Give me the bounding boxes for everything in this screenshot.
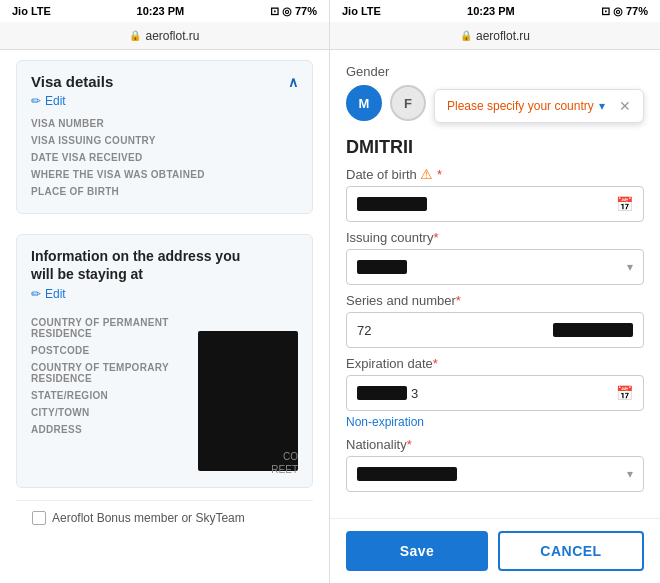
visa-details-section: Visa details ∧ ✏ Edit VISA NUMBER VISA I… <box>16 60 313 214</box>
passenger-name: DMITRII <box>346 137 644 158</box>
bottom-buttons: Save CANCEL <box>330 518 660 583</box>
left-status-icons: ⊡ ◎ 77% <box>270 5 317 18</box>
nationality-label: Nationality* <box>346 437 644 452</box>
checkbox-icon[interactable] <box>32 511 46 525</box>
left-time: 10:23 PM <box>137 5 185 17</box>
nationality-select[interactable]: ▾ <box>346 456 644 492</box>
chevron-down-icon-country: ▾ <box>627 260 633 274</box>
left-url-bar: 🔒 aeroflot.ru <box>0 22 329 50</box>
address-edit-link[interactable]: ✏ Edit <box>31 287 298 301</box>
gender-buttons: M F <box>346 85 426 121</box>
dob-input[interactable]: 📅 <box>346 186 644 222</box>
right-url-bar: 🔒 aeroflot.ru <box>330 22 660 50</box>
field-visa-obtained: WHERE THE VISA WAS OBTAINED <box>31 169 298 180</box>
field-date-received: DATE VISA RECEIVED <box>31 152 298 163</box>
gender-label: Gender <box>346 64 644 79</box>
right-content: Gender M F Please specify your country ▾… <box>330 50 660 518</box>
left-carrier: Jio LTE <box>12 5 51 17</box>
visa-edit-link[interactable]: ✏ Edit <box>31 94 298 108</box>
left-content: Visa details ∧ ✏ Edit VISA NUMBER VISA I… <box>0 50 329 583</box>
calendar-icon-expiry[interactable]: 📅 <box>616 385 633 401</box>
right-time: 10:23 PM <box>467 5 515 17</box>
left-status-bar: Jio LTE 10:23 PM ⊡ ◎ 77% <box>0 0 329 22</box>
right-url-text: aeroflot.ru <box>476 29 530 43</box>
required-star-dob: * <box>437 167 442 182</box>
right-panel: Jio LTE 10:23 PM ⊡ ◎ 77% 🔒 aeroflot.ru G… <box>330 0 660 583</box>
series-number-label: Series and number* <box>346 293 644 308</box>
save-button[interactable]: Save <box>346 531 488 571</box>
visa-section-title: Visa details ∧ <box>31 73 298 90</box>
right-status-bar: Jio LTE 10:23 PM ⊡ ◎ 77% <box>330 0 660 22</box>
field-city: CITY/TOWN <box>31 407 90 418</box>
right-lock-icon: 🔒 <box>460 30 472 41</box>
field-address: ADDRESS <box>31 424 82 435</box>
nationality-redacted <box>357 467 457 481</box>
right-status-icons: ⊡ ◎ 77% <box>601 5 648 18</box>
address-redacted-block <box>198 331 298 471</box>
field-visa-number: VISA NUMBER <box>31 118 298 129</box>
field-postcode: POSTCODE <box>31 345 190 356</box>
field-visa-issuing: VISA ISSUING COUNTRY <box>31 135 298 146</box>
warning-icon: ⚠ <box>420 166 433 182</box>
expiration-partial: 3 <box>411 386 418 401</box>
dob-value-redacted <box>357 197 427 211</box>
expiration-date-input[interactable]: 3 📅 <box>346 375 644 411</box>
country-tooltip: Please specify your country ▾ ✕ <box>434 89 644 123</box>
gender-female-button[interactable]: F <box>390 85 426 121</box>
field-country-temporary: COUNTRY OF TEMPORARY RESIDENCE <box>31 362 190 384</box>
field-state-region: STATE/REGION <box>31 390 190 401</box>
series-number-redacted <box>553 323 633 337</box>
close-tooltip-button[interactable]: ✕ <box>619 98 631 114</box>
chevron-up-icon[interactable]: ∧ <box>288 74 298 90</box>
series-number-prefix: 72 <box>357 323 371 338</box>
gender-male-button[interactable]: M <box>346 85 382 121</box>
expiration-redacted <box>357 386 407 400</box>
city-partial: CO <box>283 451 298 462</box>
issuing-country-select[interactable]: ▾ <box>346 249 644 285</box>
edit-pencil-icon-2: ✏ <box>31 287 41 301</box>
issuing-country-redacted <box>357 260 407 274</box>
aeroflot-bonus-row: Aeroflot Bonus member or SkyTeam <box>16 500 313 535</box>
calendar-icon-dob[interactable]: 📅 <box>616 196 633 212</box>
address-partial: REET <box>271 464 298 475</box>
lock-icon: 🔒 <box>129 30 141 41</box>
non-expiration-link[interactable]: Non-expiration <box>346 415 644 429</box>
dob-label: Date of birth ⚠ * <box>346 166 644 182</box>
series-number-input[interactable]: 72 <box>346 312 644 348</box>
expiration-date-label: Expiration date* <box>346 356 644 371</box>
issuing-country-label: Issuing country* <box>346 230 644 245</box>
left-url-text: aeroflot.ru <box>145 29 199 43</box>
address-section-title: Information on the address you will be s… <box>31 247 298 283</box>
left-panel: Jio LTE 10:23 PM ⊡ ◎ 77% 🔒 aeroflot.ru V… <box>0 0 330 583</box>
right-carrier: Jio LTE <box>342 5 381 17</box>
edit-pencil-icon: ✏ <box>31 94 41 108</box>
chevron-down-icon-nationality: ▾ <box>627 467 633 481</box>
cancel-button[interactable]: CANCEL <box>498 531 644 571</box>
field-place-birth: PLACE OF BIRTH <box>31 186 298 197</box>
tooltip-text: Please specify your country <box>447 99 594 113</box>
address-section: Information on the address you will be s… <box>16 234 313 488</box>
field-country-permanent: COUNTRY OF PERMANENT RESIDENCE <box>31 317 190 339</box>
